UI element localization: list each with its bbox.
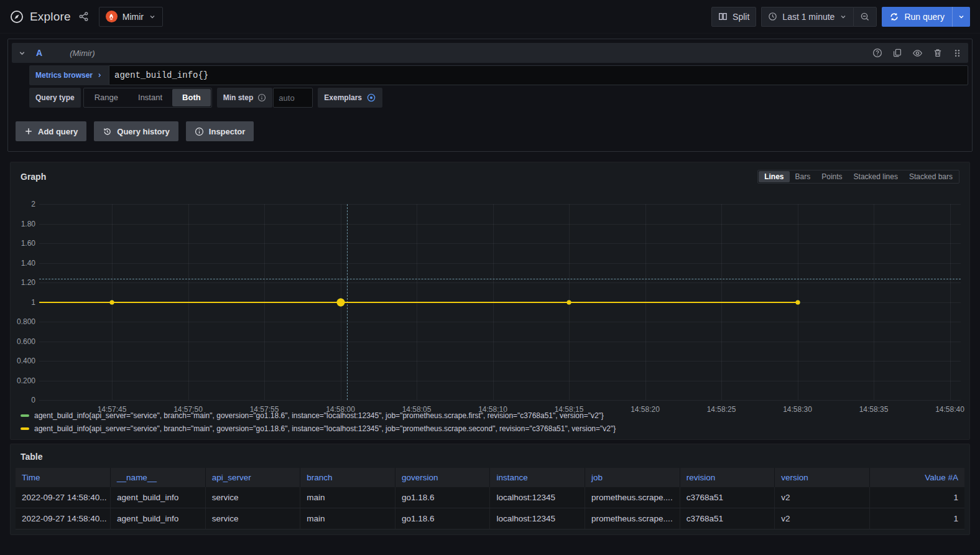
graph-mode-bars[interactable]: Bars xyxy=(790,171,816,182)
trash-icon[interactable] xyxy=(933,48,943,58)
table-column-header[interactable]: Time xyxy=(16,468,111,487)
table-column-header[interactable]: Value #A xyxy=(869,468,964,487)
table-column-header[interactable]: revision xyxy=(680,468,775,487)
x-axis-tick-label: 14:58:20 xyxy=(622,405,669,414)
table-panel: Table Time__name__api_serverbranchgovers… xyxy=(10,444,970,535)
query-history-button[interactable]: Query history xyxy=(94,121,178,141)
x-axis-tick-label: 14:58:30 xyxy=(774,405,821,414)
y-axis-tick-label: 1.80 xyxy=(11,220,35,228)
y-axis-tick-label: 1 xyxy=(11,298,35,307)
y-axis-tick-label: 0.600 xyxy=(11,337,35,346)
flame-icon xyxy=(106,11,118,22)
x-axis-tick-label: 14:58:40 xyxy=(927,405,974,414)
explore-compass-icon xyxy=(10,10,24,24)
datasource-picker[interactable]: Mimir xyxy=(99,7,163,27)
question-circle-icon[interactable] xyxy=(872,48,882,58)
legend-series-swatch xyxy=(21,414,29,417)
table-column-header[interactable]: version xyxy=(775,468,870,487)
legend-item[interactable]: agent_build_info{api_server="service", b… xyxy=(21,424,969,433)
graph-panel: Graph LinesBarsPointsStacked linesStacke… xyxy=(10,162,970,440)
y-axis-tick-label: 1.60 xyxy=(11,239,35,248)
graph-mode-tabs: LinesBarsPointsStacked linesStacked bars xyxy=(757,170,959,184)
metrics-browser-button[interactable]: Metrics browser xyxy=(29,65,109,85)
y-axis-tick-label: 0 xyxy=(11,396,35,404)
split-button[interactable]: Split xyxy=(711,7,756,27)
graph-mode-stacked-bars[interactable]: Stacked bars xyxy=(904,171,958,182)
x-axis-tick-label: 14:58:15 xyxy=(545,405,593,414)
table-column-header[interactable]: api_server xyxy=(205,468,300,487)
results-table: Time__name__api_serverbranchgoversionins… xyxy=(16,468,964,529)
table-column-header[interactable]: goversion xyxy=(395,468,490,487)
table-cell: prometheus.scrape.... xyxy=(585,508,680,529)
query-type-option-range[interactable]: Range xyxy=(85,89,128,106)
run-query-button[interactable]: Run query xyxy=(882,7,970,27)
split-pane-icon xyxy=(718,12,728,21)
table-column-header[interactable]: instance xyxy=(490,468,585,487)
graph-panel-title: Graph xyxy=(21,172,46,182)
time-range-picker[interactable]: Last 1 minute xyxy=(761,7,853,27)
metrics-browser-label: Metrics browser xyxy=(35,71,93,80)
table-column-header[interactable]: __name__ xyxy=(111,468,206,487)
table-row: 2022-09-27 14:58:40...agent_build_infose… xyxy=(16,508,964,529)
gridline-vertical xyxy=(950,204,951,400)
graph-mode-lines[interactable]: Lines xyxy=(759,171,789,182)
table-cell: c3768a51 xyxy=(680,508,775,529)
table-cell: agent_build_info xyxy=(111,508,206,529)
series-line xyxy=(39,302,798,303)
table-column-header[interactable]: job xyxy=(585,468,680,487)
series-point xyxy=(795,300,800,304)
graph-mode-stacked-lines[interactable]: Stacked lines xyxy=(848,171,904,182)
time-range-label: Last 1 minute xyxy=(782,12,834,22)
gridline-horizontal xyxy=(39,224,961,225)
x-axis-tick-label: 14:57:50 xyxy=(165,405,212,414)
query-datasource-hint: (Mimir) xyxy=(70,49,95,58)
gridline-horizontal xyxy=(39,204,961,205)
table-cell: 2022-09-27 14:58:40... xyxy=(16,487,111,508)
legend-series-label[interactable]: agent_build_info{api_server="service", b… xyxy=(34,424,616,433)
gridline-horizontal xyxy=(39,243,961,244)
info-circle-icon[interactable] xyxy=(257,93,266,102)
zoom-out-button[interactable] xyxy=(853,7,877,27)
y-axis-tick-label: 1.20 xyxy=(11,278,35,287)
top-nav: Explore Mimir Split xyxy=(0,0,980,34)
copy-icon[interactable] xyxy=(892,48,902,58)
split-label: Split xyxy=(733,12,749,22)
table-cell: main xyxy=(300,508,395,529)
inspector-button[interactable]: Inspector xyxy=(186,121,254,141)
grip-icon[interactable] xyxy=(953,49,962,58)
graph-plot-area[interactable]: 21.801.601.401.2010.8000.6000.4000.20001… xyxy=(11,184,969,409)
series-point xyxy=(336,298,344,306)
series-point xyxy=(567,300,571,304)
gridline-horizontal xyxy=(39,361,961,361)
y-axis-tick-label: 0.800 xyxy=(11,317,35,326)
share-icon[interactable] xyxy=(78,11,89,22)
x-axis-tick-label: 14:58:10 xyxy=(469,405,517,414)
add-query-button[interactable]: Add query xyxy=(16,121,86,141)
target-circle-icon[interactable] xyxy=(366,93,376,103)
table-cell: 1 xyxy=(869,508,964,529)
min-step-input[interactable] xyxy=(273,88,313,108)
table-cell: agent_build_info xyxy=(111,487,206,508)
query-type-option-both[interactable]: Both xyxy=(172,89,211,106)
gridline-horizontal xyxy=(39,263,961,264)
graph-mode-points[interactable]: Points xyxy=(816,171,848,182)
gridline-horizontal xyxy=(39,282,961,283)
x-axis-tick-label: 14:57:45 xyxy=(88,405,136,414)
x-axis-tick-label: 14:58:05 xyxy=(393,405,440,414)
query-history-label: Query history xyxy=(117,127,170,136)
gridline-horizontal xyxy=(39,400,961,401)
gridline-horizontal xyxy=(39,342,961,342)
query-expression-input[interactable] xyxy=(109,65,968,85)
inspector-label: Inspector xyxy=(209,127,246,136)
collapse-chevron-icon[interactable] xyxy=(18,49,26,57)
table-cell: c3768a51 xyxy=(680,487,775,508)
run-query-dropdown[interactable] xyxy=(952,7,970,27)
query-row-header[interactable]: A (Mimir) xyxy=(12,43,968,63)
eye-icon[interactable] xyxy=(912,48,923,58)
table-cell: service xyxy=(205,508,300,529)
clock-icon xyxy=(768,12,777,21)
query-type-option-instant[interactable]: Instant xyxy=(128,89,172,106)
table-column-header[interactable]: branch xyxy=(300,468,395,487)
table-cell: main xyxy=(300,487,395,508)
table-panel-title: Table xyxy=(21,452,43,462)
